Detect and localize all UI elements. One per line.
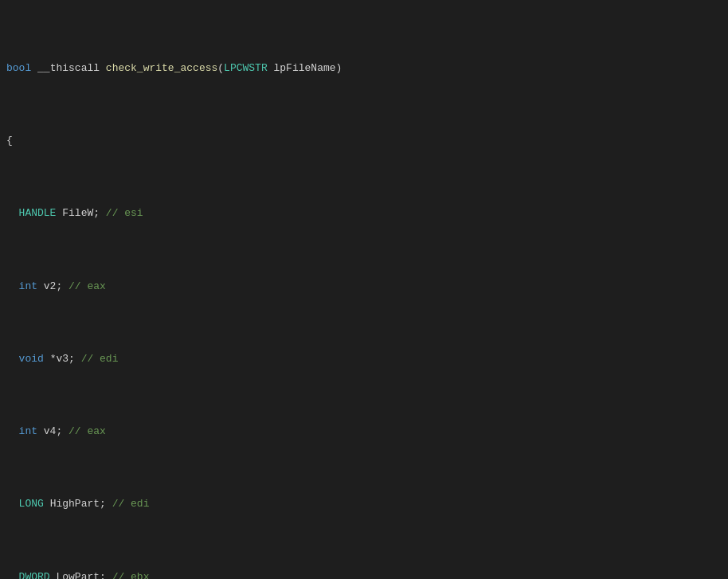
code-line-6: int v4; // eax [0,424,728,440]
line-6-content: int v4; // eax [0,424,728,440]
code-line-8: DWORD LowPart; // ebx [0,570,728,580]
code-container: bool __thiscall check_write_access(LPCWS… [0,0,728,579]
code-line-2: { [0,134,728,149]
line-1-content: bool __thiscall check_write_access(LPCWS… [0,61,728,76]
code-line-4: int v2; // eax [0,280,728,295]
code-line-7: LONG HighPart; // edi [0,497,728,512]
code-line-5: void *v3; // edi [0,352,728,367]
kw-int-6: int [19,425,37,437]
line-3-content: HANDLE FileW; // esi [0,206,728,221]
type-dword: DWORD [19,571,50,580]
kw-void-5: void [19,353,44,365]
func-name: check_write_access [106,62,217,74]
type-handle: HANDLE [19,207,57,219]
comment-7: // edi [112,498,150,510]
code-line-1: bool __thiscall check_write_access(LPCWS… [0,61,728,76]
code-line-3: HANDLE FileW; // esi [0,206,728,221]
comment-4: // eax [68,280,106,292]
calling-conv: __thiscall [37,62,100,74]
comment-6: // eax [68,425,106,437]
type-long: LONG [19,498,44,510]
comment-8: // ebx [112,571,150,580]
keyword-bool: bool [6,62,31,74]
type-lpcwstr: LPCWSTR [224,62,268,74]
line-5-content: void *v3; // edi [0,352,728,367]
comment-3: // esi [106,207,143,219]
line-2-content: { [0,134,728,149]
kw-int-4: int [19,280,37,292]
comment-5: // edi [81,353,119,365]
line-8-content: DWORD LowPart; // ebx [0,570,728,580]
line-7-content: LONG HighPart; // edi [0,497,728,512]
line-4-content: int v2; // eax [0,280,728,295]
